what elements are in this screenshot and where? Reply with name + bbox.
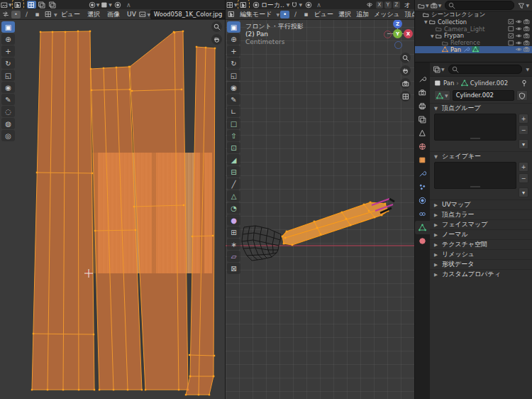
panel-頂点グループ[interactable]: ▼頂点グループ xyxy=(430,103,532,113)
active-tool-icon[interactable] xyxy=(13,1,23,9)
magnifier-button[interactable] xyxy=(400,53,411,63)
vp-edge-slide-tool[interactable]: ⊞ xyxy=(227,226,240,238)
select-mode-extend-button[interactable] xyxy=(38,1,47,9)
navigation-gizmo[interactable]: Z X Y xyxy=(383,19,413,49)
remove-item-button[interactable]: − xyxy=(519,173,528,183)
properties-tab-world[interactable] xyxy=(415,140,430,153)
browse-mesh-button[interactable]: ▼ xyxy=(434,90,450,101)
vp-smooth-tool[interactable]: ● xyxy=(227,214,240,226)
vp-transform-tool[interactable]: ◉ xyxy=(227,82,240,93)
transform-orientation-dropdown[interactable]: ローカ.. ▼ xyxy=(253,1,290,9)
vp-spin-tool[interactable]: ◔ xyxy=(227,202,240,214)
panel-UVマップ[interactable]: ▶UVマップ xyxy=(430,200,532,209)
list-resize-grip[interactable] xyxy=(470,186,480,187)
outliner-row-Collection[interactable]: ▼Collection xyxy=(415,18,532,26)
vp-shear-tool[interactable]: ▱ xyxy=(227,251,240,262)
properties-region[interactable]: ▼ ▼ Pan › Cylinder.002 ▼ Cylinder.002 ▼頂… xyxy=(415,62,532,399)
image-name-field[interactable]: Wood058_1K_Color.jpg xyxy=(150,10,225,19)
outliner-label[interactable]: Frypan xyxy=(444,32,464,39)
panel-リメッシュ[interactable]: ▶リメッシュ xyxy=(430,249,532,259)
uv-transform-tool[interactable]: ◉ xyxy=(1,82,15,93)
editor-type-button[interactable]: ▼ xyxy=(418,1,429,9)
properties-tab-scene[interactable] xyxy=(415,126,430,140)
snapping-button[interactable]: ▼ xyxy=(101,1,112,9)
falloff-button[interactable]: ∧ xyxy=(314,1,323,9)
eye-toggle[interactable] xyxy=(516,18,522,25)
panel-ノーマル[interactable]: ▶ノーマル xyxy=(430,229,532,239)
checkbox-off-toggle[interactable] xyxy=(508,26,514,32)
pan-body-wireframe[interactable] xyxy=(242,226,281,261)
display-mode-button[interactable]: ▼ xyxy=(431,1,442,9)
eye-toggle[interactable] xyxy=(516,46,522,53)
select-mode-subtract-button[interactable] xyxy=(48,1,57,9)
uv-menu-1[interactable]: 選択 xyxy=(84,9,104,19)
mesh-name-input[interactable]: Cylinder.002 xyxy=(453,90,514,101)
outliner-region[interactable]: ▼ ▼ ▼ シーンコレクション▼CollectionCamera_Light▼F… xyxy=(415,0,532,62)
properties-tab-material[interactable] xyxy=(415,234,430,248)
snapping-magnet-button[interactable]: ▼ xyxy=(291,1,302,9)
properties-tab-view-layer[interactable] xyxy=(415,113,430,126)
outliner-label[interactable]: Camera_Light xyxy=(444,26,484,33)
vp-menu-1[interactable]: 選択 xyxy=(336,9,353,19)
camera-toggle[interactable] xyxy=(523,18,530,25)
vp-menu-3[interactable]: メッシュ xyxy=(371,9,402,19)
eye-toggle[interactable] xyxy=(516,26,522,32)
pan-handle-selected[interactable] xyxy=(282,202,389,246)
uv-menu-0[interactable]: ビュー xyxy=(57,9,84,19)
checkbox-on-toggle[interactable] xyxy=(508,18,514,25)
eye-toggle[interactable] xyxy=(516,40,522,46)
outliner-row-Camera_Light[interactable]: Camera_Light xyxy=(415,26,532,33)
vp-knife-tool[interactable]: ╱ xyxy=(227,178,240,190)
uv-island-3[interactable] xyxy=(185,46,216,395)
mirror-y-button[interactable]: Y xyxy=(384,1,392,9)
pivot-point-button[interactable]: ▼ xyxy=(89,1,100,9)
panel-フェイスマップ[interactable]: ▶フェイスマップ xyxy=(430,219,532,229)
remove-item-button[interactable]: − xyxy=(519,125,528,135)
vp-inset-faces-tool[interactable]: ⊡ xyxy=(227,142,240,153)
vertex-select-mode-button[interactable]: • xyxy=(280,11,289,18)
pin-icon[interactable] xyxy=(521,80,528,87)
fake-user-button[interactable] xyxy=(516,90,528,101)
specials-dropdown[interactable]: ▾ xyxy=(519,187,528,197)
uv-menu-2[interactable]: 画像 xyxy=(104,9,123,19)
camera-toggle[interactable] xyxy=(523,46,530,53)
uv-move-tool[interactable]: + xyxy=(1,45,15,57)
vp-menu-4[interactable]: 頂点 xyxy=(402,9,414,19)
camera-toggle[interactable] xyxy=(523,33,530,39)
uv-select-edge-button[interactable]: ∕ xyxy=(22,11,31,18)
proportional-editing-button[interactable] xyxy=(113,1,123,9)
hand-button[interactable] xyxy=(211,34,222,45)
active-tool-icon[interactable] xyxy=(239,1,248,9)
properties-tab-particles[interactable] xyxy=(415,180,430,194)
uv-annotate-tool[interactable]: ✎ xyxy=(1,94,15,105)
select-mode-new-button[interactable] xyxy=(27,1,36,9)
mode-dropdown[interactable]: 編集モード xyxy=(236,9,275,19)
editor-type-button[interactable]: ▼ xyxy=(226,1,238,9)
properties-tab-object[interactable] xyxy=(415,153,430,167)
vp-shrink-fatten-tool[interactable]: ∗ xyxy=(227,239,240,250)
camera-toggle[interactable] xyxy=(523,40,530,46)
gizmo-neg-x-axis[interactable] xyxy=(384,31,392,38)
gizmo-z-axis[interactable]: Z xyxy=(393,19,402,28)
uv-select-island-button[interactable] xyxy=(43,11,52,18)
properties-tab-modifiers[interactable] xyxy=(415,167,430,180)
add-item-button[interactable]: + xyxy=(519,162,528,172)
properties-tab-constraints[interactable] xyxy=(415,207,430,221)
vp-extrude-region-tool[interactable]: ⇧ xyxy=(227,130,240,141)
uv-relax-tool[interactable]: ◍ xyxy=(1,118,15,129)
outliner-row-Reference[interactable]: Reference xyxy=(415,39,532,46)
panel-シェイプキー[interactable]: ▼シェイプキー xyxy=(430,151,532,161)
list-resize-grip[interactable] xyxy=(470,138,480,139)
panel-頂点カラー[interactable]: ▶頂点カラー xyxy=(430,209,532,219)
edge-select-mode-button[interactable]: ∕ xyxy=(291,11,300,18)
vp-menu-0[interactable]: ビュー xyxy=(311,9,336,19)
uv-canvas[interactable] xyxy=(0,0,225,399)
outliner-search-input[interactable] xyxy=(445,1,514,10)
proportional-editing-button[interactable] xyxy=(304,1,313,9)
vp-add-cube-tool[interactable]: □ xyxy=(227,118,240,129)
hand-button[interactable] xyxy=(400,65,411,76)
gizmo-y-axis[interactable]: Y xyxy=(393,29,402,38)
browse-image-button[interactable]: ▼ xyxy=(140,11,150,18)
uv-scale-tool[interactable]: ◱ xyxy=(1,70,15,81)
panel-形状データ[interactable]: ▶形状データ xyxy=(430,259,532,269)
